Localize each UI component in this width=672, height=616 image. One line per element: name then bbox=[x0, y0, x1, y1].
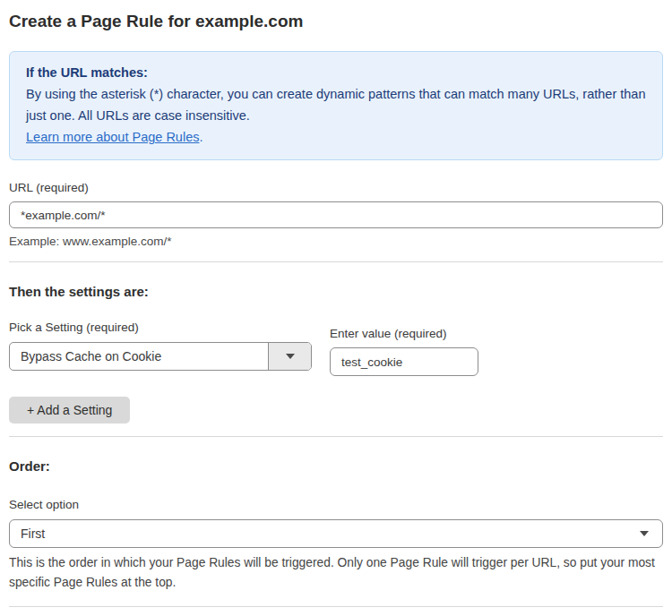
learn-more-link[interactable]: Learn more about Page Rules bbox=[26, 130, 199, 144]
section-divider bbox=[9, 436, 663, 437]
pick-setting-select[interactable]: Bypass Cache on Cookie bbox=[9, 342, 312, 371]
url-matches-info-box: If the URL matches: By using the asteris… bbox=[9, 51, 663, 160]
create-page-rule-form: Create a Page Rule for example.com If th… bbox=[9, 12, 663, 616]
settings-heading: Then the settings are: bbox=[9, 284, 663, 299]
url-label: URL (required) bbox=[9, 181, 663, 195]
dropdown-arrow-button[interactable] bbox=[268, 343, 311, 370]
section-divider bbox=[9, 606, 663, 607]
url-input[interactable] bbox=[9, 201, 663, 228]
enter-value-label: Enter value (required) bbox=[330, 327, 478, 341]
order-heading: Order: bbox=[9, 458, 663, 474]
page-title: Create a Page Rule for example.com bbox=[9, 12, 663, 31]
add-setting-button[interactable]: + Add a Setting bbox=[9, 397, 130, 424]
section-divider bbox=[9, 261, 663, 262]
info-box-body: By using the asterisk (*) character, you… bbox=[26, 83, 646, 126]
order-selected-value: First bbox=[10, 526, 640, 541]
enter-value-field: Enter value (required) bbox=[330, 327, 478, 376]
setting-value-input[interactable] bbox=[330, 347, 478, 376]
pick-setting-field: Pick a Setting (required) Bypass Cache o… bbox=[9, 321, 312, 371]
url-example-helper: Example: www.example.com/* bbox=[9, 235, 663, 249]
select-option-label: Select option bbox=[9, 498, 663, 512]
pick-setting-label: Pick a Setting (required) bbox=[9, 321, 312, 335]
learn-more-period: . bbox=[199, 130, 202, 144]
pick-setting-selected-value: Bypass Cache on Cookie bbox=[10, 349, 268, 364]
settings-row: Pick a Setting (required) Bypass Cache o… bbox=[9, 321, 663, 376]
chevron-down-icon bbox=[286, 354, 295, 359]
chevron-down-icon bbox=[640, 531, 649, 536]
info-link-row: Learn more about Page Rules. bbox=[26, 126, 646, 148]
order-helper-text: This is the order in which your Page Rul… bbox=[9, 553, 663, 593]
order-select[interactable]: First bbox=[9, 519, 663, 548]
info-box-heading: If the URL matches: bbox=[26, 62, 646, 83]
